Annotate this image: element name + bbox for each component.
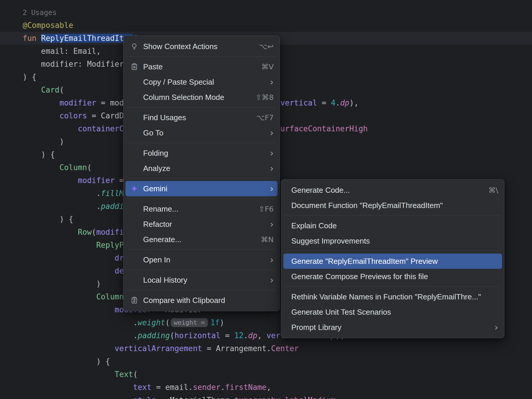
code-token: . [23,331,138,340]
code-token: = [317,98,331,107]
menu-item-analyze[interactable]: Analyze› [126,161,277,176]
code-token [23,370,115,379]
menu-item-show-context-actions[interactable]: Show Context Actions⌥↩ [126,39,277,54]
code-token: ( [133,370,138,379]
shortcut-hint: ⌥F7 [247,113,274,122]
code-token: verticalArrangement [115,344,202,353]
menu-item-open-in[interactable]: Open In› [126,252,277,267]
code-token: , [257,331,266,340]
menu-item-suggest-improvements[interactable]: Suggest Improvements [283,233,502,249]
usages-inlay-hint[interactable]: 2 Usages [23,9,57,17]
code-token: . [23,189,101,198]
menu-item-gemini[interactable]: Gemini› [126,181,277,196]
code-token: ) [23,279,101,288]
code-token [23,111,59,120]
menu-item-rethink-variable-names[interactable]: Rethink Variable Names in Function "Repl… [283,289,502,304]
code-token: ( [87,163,92,172]
submenu-arrow-icon: › [261,148,274,158]
code-token: 1f [210,318,220,327]
submenu-arrow-icon: › [261,164,274,173]
code-token: Card [41,86,60,94]
shortcut-hint: ⌘N [252,235,274,244]
code-token [23,98,59,107]
menu-separator [285,251,501,251]
menu-item-label: Prompt Library [291,323,342,332]
gemini-sparkle-icon [130,184,139,193]
code-token: fun [23,34,41,43]
submenu-arrow-icon: › [261,128,274,138]
code-token: @Composable [23,21,73,30]
code-token [23,163,59,172]
menu-item-folding[interactable]: Folding› [126,145,277,161]
shortcut-hint: ⌥↩ [250,42,274,51]
empty-icon [130,78,139,86]
menu-item-generate-compose-previews[interactable]: Generate Compose Previews for this file [283,269,502,284]
menu-item-local-history[interactable]: Local History› [126,272,277,288]
menu-separator [127,270,276,270]
code-token: weight [138,318,165,327]
code-token: style [133,396,156,399]
menu-item-label: Find Usages [143,113,186,122]
code-token: Center [271,344,299,353]
code-token [23,344,115,353]
compare-clipboard-icon [130,296,139,305]
code-token: = Arrangement. [202,344,271,353]
menu-item-generate-code[interactable]: Generate Code...⌘\ [283,182,502,198]
menu-item-label: Folding [143,149,168,158]
menu-item-compare-with-clipboard[interactable]: Compare with Clipboard [126,293,277,308]
clipboard-icon [130,62,139,71]
code-token: labelMedium [285,396,335,399]
code-token: horizontal [175,331,221,340]
menu-item-label: Explain Code [291,221,337,230]
code-token [23,266,115,275]
code-token [23,228,78,237]
menu-item-explain-code[interactable]: Explain Code [283,218,502,233]
menu-item-label: Open In [143,255,170,264]
menu-item-refactor[interactable]: Refactor› [126,217,277,232]
menu-item-column-selection-mode[interactable]: Column Selection Mode⇧⌘8 [126,90,277,105]
menu-separator [127,290,276,290]
code-token: ) { [23,150,55,159]
code-line: ) { [0,355,532,368]
code-token: Column [59,163,87,172]
menu-item-go-to[interactable]: Go To› [126,125,277,140]
code-token: . [280,396,285,399]
menu-item-label: Show Context Actions [143,42,218,51]
menu-item-find-usages[interactable]: Find Usages⌥F7 [126,110,277,125]
menu-item-generate-unit-test-scenarios[interactable]: Generate Unit Test Scenarios [283,304,502,320]
menu-item-prompt-library[interactable]: Prompt Library› [283,320,502,335]
menu-item-copy-paste-special[interactable]: Copy / Paste Special› [126,74,277,90]
code-token: ( [165,318,170,327]
selected-function-name: ReplyEmailThreadItem [41,34,133,43]
code-line: Text( [0,368,532,381]
menu-item-generate[interactable]: Generate...⌘N [126,232,277,247]
code-line: style = MaterialTheme.typography.labelMe… [0,394,532,399]
code-token: dp [248,331,257,340]
code-token: , [267,383,271,392]
menu-item-label: Local History [143,276,187,285]
menu-item-rename[interactable]: Rename...⇧F6 [126,201,277,217]
empty-icon [130,276,139,284]
lightbulb-icon [130,42,139,51]
ide-editor-window: 2 Usages@Composablefun ReplyEmailThreadI… [0,0,532,399]
code-line: 2 Usages [0,6,532,19]
menu-item-document-function[interactable]: Document Function "ReplyEmailThreadItem" [283,198,502,213]
menu-separator [127,143,276,143]
code-token: email: Email, [23,47,101,56]
menu-item-label: Generate Unit Test Scenarios [291,308,391,317]
menu-item-generate-preview[interactable]: Generate "ReplyEmailThreadItem" Preview [283,254,502,269]
empty-icon [130,220,139,229]
menu-item-label: Generate Compose Previews for this file [291,272,428,281]
code-token: typography [234,396,280,399]
code-token: text [133,383,152,392]
menu-item-label: Refactor [143,220,172,229]
menu-item-paste[interactable]: Paste⌘V [126,59,277,74]
code-token: colors [59,111,87,120]
code-token: = [220,331,234,340]
code-token: ) { [23,73,36,81]
code-token [23,124,78,133]
code-token: = MaterialTheme. [156,396,234,399]
parameter-name-inlay-hint: weight = [171,318,208,327]
empty-icon [130,149,139,157]
code-token: ( [59,86,64,94]
